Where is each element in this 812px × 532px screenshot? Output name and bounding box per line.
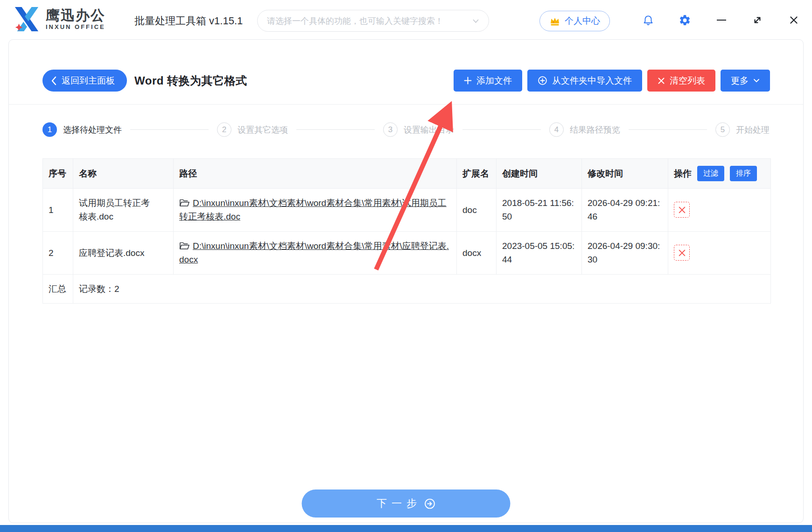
file-path-link[interactable]: D:\inxun\inxun素材\文档素材\word素材合集\常用素材\试用期员… [179, 198, 447, 221]
circle-arrow-right-icon [424, 498, 435, 510]
brand-logo: 鹰迅办公 INXUN OFFICE [13, 7, 105, 32]
step-1-label: 选择待处理文件 [63, 124, 122, 135]
add-files-label: 添加文件 [476, 75, 512, 87]
app-title: 批量处理工具箱 v1.15.1 [134, 14, 243, 28]
cell-index: 1 [43, 189, 73, 232]
divider [9, 104, 803, 105]
step-2-number: 2 [217, 122, 231, 137]
sort-button[interactable]: 排序 [730, 166, 757, 181]
step-connector [462, 129, 541, 130]
step-2-label: 设置其它选项 [238, 124, 288, 135]
table-header-row: 序号 名称 路径 扩展名 创建时间 修改时间 操作 过滤 排序 [43, 159, 771, 189]
user-center-button[interactable]: 个人中心 [539, 11, 610, 31]
plus-icon [464, 77, 472, 85]
filter-button[interactable]: 过滤 [697, 166, 724, 181]
folder-icon [179, 241, 189, 250]
step-1-number: 1 [42, 122, 57, 137]
title-bar: 鹰迅办公 INXUN OFFICE 批量处理工具箱 v1.15.1 请选择一个具… [0, 0, 812, 39]
chevron-down-icon [472, 19, 479, 23]
step-indicator: 1 选择待处理文件 2 设置其它选项 3 设置输出目录 4 结果路径预览 5 开… [42, 122, 770, 137]
step-3-output-dir: 3 设置输出目录 [383, 122, 454, 137]
delete-x-icon [678, 249, 686, 257]
brand-name-cn: 鹰迅办公 [46, 8, 105, 23]
clear-list-button[interactable]: 清空列表 [647, 70, 715, 92]
minimize-icon [717, 20, 726, 21]
settings-button[interactable] [678, 13, 692, 27]
cell-created: 2023-05-05 15:05:44 [497, 231, 582, 274]
step-4-number: 4 [549, 122, 564, 137]
expand-icon [752, 14, 763, 26]
step-5-label: 开始处理 [736, 124, 770, 135]
chevron-down-icon [753, 78, 760, 83]
file-path-link[interactable]: D:\inxun\inxun素材\文档素材\word素材合集\常用素材\应聘登记… [179, 241, 449, 264]
cell-path: D:\inxun\inxun素材\文档素材\word素材合集\常用素材\试用期员… [174, 189, 457, 232]
more-button[interactable]: 更多 [721, 70, 770, 92]
folder-icon [179, 199, 189, 207]
step-5-start: 5 开始处理 [715, 122, 770, 137]
next-step-button[interactable]: 下 一 步 [302, 489, 511, 518]
delete-x-icon [678, 206, 686, 214]
clear-list-label: 清空列表 [670, 75, 705, 87]
delete-row-button[interactable] [674, 202, 690, 218]
header-path: 路径 [174, 159, 457, 189]
cell-created: 2018-05-21 11:56:50 [497, 189, 582, 232]
delete-row-button[interactable] [674, 245, 690, 261]
inxun-logo-icon [13, 7, 40, 32]
step-1-select-files: 1 选择待处理文件 [42, 122, 122, 137]
header-actions: 操作 过滤 排序 [668, 159, 771, 189]
header-ext: 扩展名 [457, 159, 497, 189]
step-2-options: 2 设置其它选项 [217, 122, 288, 137]
header-created: 创建时间 [497, 159, 582, 189]
step-connector [130, 129, 209, 130]
next-step-label: 下 一 步 [377, 497, 418, 511]
cell-name: 应聘登记表.docx [73, 231, 174, 274]
back-button-label: 返回到主面板 [62, 75, 115, 87]
step-connector [629, 129, 707, 130]
x-icon [658, 77, 665, 85]
more-label: 更多 [731, 75, 749, 87]
cell-index: 2 [43, 231, 73, 274]
import-from-folder-button[interactable]: 从文件夹中导入文件 [527, 70, 642, 92]
header-modified: 修改时间 [582, 159, 668, 189]
step-4-label: 结果路径预览 [570, 124, 620, 135]
search-input[interactable]: 请选择一个具体的功能，也可输入关键字搜索！ [257, 10, 489, 32]
background-taskbar [0, 525, 812, 532]
cell-modified: 2026-04-29 09:30:30 [582, 231, 668, 274]
cell-ext: doc [457, 189, 497, 232]
summary-record-count: 记录数：2 [73, 274, 771, 303]
add-files-button[interactable]: 添加文件 [454, 70, 522, 92]
close-icon [788, 14, 799, 26]
cell-actions [668, 189, 771, 232]
summary-label: 汇总 [43, 274, 73, 303]
maximize-button[interactable] [750, 13, 764, 27]
step-4-result-preview: 4 结果路径预览 [549, 122, 620, 137]
minimize-button[interactable] [714, 13, 728, 27]
main-panel: 返回到主面板 Word 转换为其它格式 添加文件 从文件夹中导入文件 [8, 39, 804, 523]
cell-actions [668, 231, 771, 274]
step-5-number: 5 [715, 122, 730, 137]
summary-row: 汇总 记录数：2 [43, 274, 771, 303]
toolbar-actions: 添加文件 从文件夹中导入文件 清空列表 更多 [454, 70, 770, 92]
back-to-dashboard-button[interactable]: 返回到主面板 [42, 70, 127, 92]
table-row: 2 应聘登记表.docx D:\inxun\inxun素材\文档素材\word素… [43, 231, 771, 274]
header-index: 序号 [43, 159, 73, 189]
user-center-label: 个人中心 [565, 15, 600, 27]
app-window: 鹰迅办公 INXUN OFFICE 批量处理工具箱 v1.15.1 请选择一个具… [0, 0, 812, 532]
cell-path: D:\inxun\inxun素材\文档素材\word素材合集\常用素材\应聘登记… [174, 231, 457, 274]
step-3-number: 3 [383, 122, 398, 137]
header-name: 名称 [73, 159, 174, 189]
file-table: 序号 名称 路径 扩展名 创建时间 修改时间 操作 过滤 排序 [42, 158, 771, 304]
gear-icon [679, 14, 691, 27]
close-button[interactable] [787, 13, 801, 27]
header-actions-label: 操作 [674, 168, 692, 180]
search-placeholder: 请选择一个具体的功能，也可输入关键字搜索！ [267, 15, 472, 27]
circle-plus-icon [538, 76, 547, 85]
cell-modified: 2026-04-29 09:21:46 [582, 189, 668, 232]
toolbar: 返回到主面板 Word 转换为其它格式 添加文件 从文件夹中导入文件 [9, 40, 803, 92]
page-title: Word 转换为其它格式 [134, 73, 247, 88]
chevron-left-icon [51, 76, 57, 85]
crown-icon [549, 16, 560, 26]
table-row: 1 试用期员工转正考核表.doc D:\inxun\inxun素材\文档素材\w… [43, 189, 771, 232]
notification-bell-button[interactable] [641, 13, 655, 27]
brand-name-en: INXUN OFFICE [46, 23, 105, 30]
